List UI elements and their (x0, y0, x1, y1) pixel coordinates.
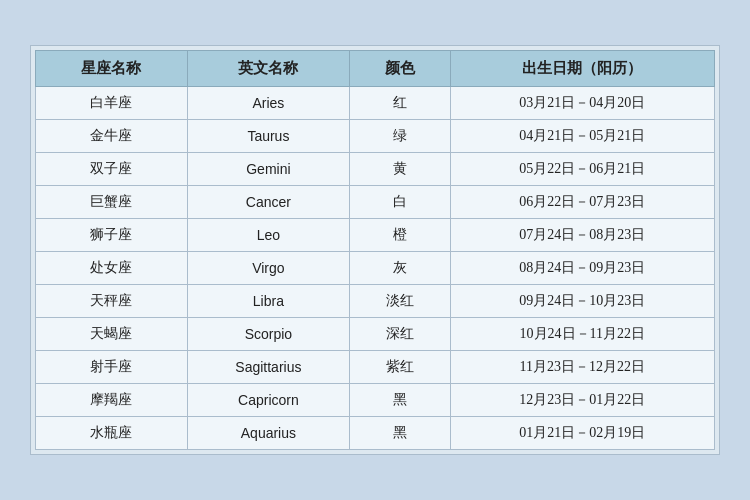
cell-english-name: Aries (187, 87, 349, 120)
cell-dates: 08月24日－09月23日 (450, 252, 714, 285)
cell-english-name: Taurus (187, 120, 349, 153)
cell-chinese-name: 天秤座 (36, 285, 188, 318)
cell-color: 灰 (350, 252, 451, 285)
cell-color: 红 (350, 87, 451, 120)
cell-chinese-name: 射手座 (36, 351, 188, 384)
header-dates: 出生日期（阳历） (450, 51, 714, 87)
cell-chinese-name: 天蝎座 (36, 318, 188, 351)
cell-english-name: Sagittarius (187, 351, 349, 384)
cell-chinese-name: 白羊座 (36, 87, 188, 120)
cell-dates: 11月23日－12月22日 (450, 351, 714, 384)
table-row: 狮子座Leo橙07月24日－08月23日 (36, 219, 715, 252)
cell-color: 黑 (350, 417, 451, 450)
table-row: 射手座Sagittarius紫红11月23日－12月22日 (36, 351, 715, 384)
cell-color: 黑 (350, 384, 451, 417)
table-row: 金牛座Taurus绿04月21日－05月21日 (36, 120, 715, 153)
table-row: 白羊座Aries红03月21日－04月20日 (36, 87, 715, 120)
header-english-name: 英文名称 (187, 51, 349, 87)
zodiac-table: 星座名称 英文名称 颜色 出生日期（阳历） 白羊座Aries红03月21日－04… (35, 50, 715, 450)
cell-dates: 05月22日－06月21日 (450, 153, 714, 186)
table-body: 白羊座Aries红03月21日－04月20日金牛座Taurus绿04月21日－0… (36, 87, 715, 450)
table-header-row: 星座名称 英文名称 颜色 出生日期（阳历） (36, 51, 715, 87)
table-row: 摩羯座Capricorn黑12月23日－01月22日 (36, 384, 715, 417)
cell-chinese-name: 水瓶座 (36, 417, 188, 450)
cell-chinese-name: 巨蟹座 (36, 186, 188, 219)
cell-dates: 12月23日－01月22日 (450, 384, 714, 417)
cell-dates: 01月21日－02月19日 (450, 417, 714, 450)
cell-english-name: Leo (187, 219, 349, 252)
cell-color: 黄 (350, 153, 451, 186)
cell-english-name: Gemini (187, 153, 349, 186)
table-row: 处女座Virgo灰08月24日－09月23日 (36, 252, 715, 285)
cell-chinese-name: 处女座 (36, 252, 188, 285)
header-chinese-name: 星座名称 (36, 51, 188, 87)
zodiac-table-container: 星座名称 英文名称 颜色 出生日期（阳历） 白羊座Aries红03月21日－04… (30, 45, 720, 455)
cell-english-name: Aquarius (187, 417, 349, 450)
cell-color: 白 (350, 186, 451, 219)
cell-color: 深红 (350, 318, 451, 351)
cell-english-name: Cancer (187, 186, 349, 219)
cell-chinese-name: 双子座 (36, 153, 188, 186)
cell-color: 绿 (350, 120, 451, 153)
cell-english-name: Virgo (187, 252, 349, 285)
cell-dates: 03月21日－04月20日 (450, 87, 714, 120)
cell-english-name: Capricorn (187, 384, 349, 417)
table-row: 巨蟹座Cancer白06月22日－07月23日 (36, 186, 715, 219)
cell-dates: 10月24日－11月22日 (450, 318, 714, 351)
table-row: 天秤座Libra淡红09月24日－10月23日 (36, 285, 715, 318)
cell-color: 橙 (350, 219, 451, 252)
cell-dates: 07月24日－08月23日 (450, 219, 714, 252)
table-row: 天蝎座Scorpio深红10月24日－11月22日 (36, 318, 715, 351)
table-row: 水瓶座Aquarius黑01月21日－02月19日 (36, 417, 715, 450)
cell-color: 紫红 (350, 351, 451, 384)
cell-chinese-name: 摩羯座 (36, 384, 188, 417)
cell-dates: 06月22日－07月23日 (450, 186, 714, 219)
cell-color: 淡红 (350, 285, 451, 318)
cell-chinese-name: 金牛座 (36, 120, 188, 153)
table-row: 双子座Gemini黄05月22日－06月21日 (36, 153, 715, 186)
cell-dates: 04月21日－05月21日 (450, 120, 714, 153)
cell-chinese-name: 狮子座 (36, 219, 188, 252)
header-color: 颜色 (350, 51, 451, 87)
cell-english-name: Scorpio (187, 318, 349, 351)
cell-dates: 09月24日－10月23日 (450, 285, 714, 318)
cell-english-name: Libra (187, 285, 349, 318)
